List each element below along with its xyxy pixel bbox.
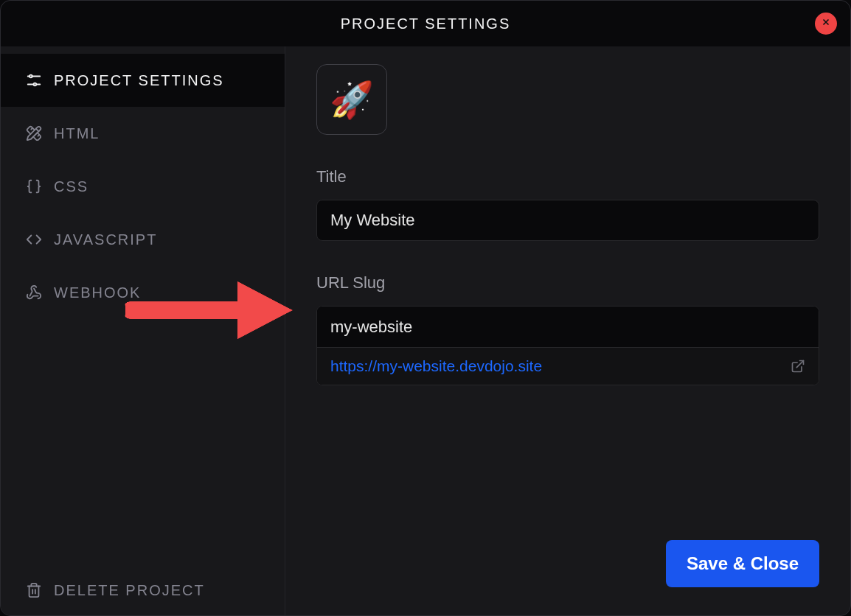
delete-project-button[interactable]: DELETE PROJECT [1,564,285,616]
sidebar-item-label: HTML [54,125,100,142]
project-icon-picker[interactable]: 🚀 [316,64,387,135]
svg-point-2 [29,75,32,78]
settings-sidebar: PROJECT SETTINGS HTML CSS JAVASCRIPT [1,46,285,616]
rocket-icon: 🚀 [330,79,374,121]
sidebar-spacer [1,319,285,564]
url-slug-label: URL Slug [316,273,819,293]
sliders-icon [26,72,42,88]
svg-point-5 [34,83,37,86]
title-input[interactable] [316,200,819,241]
modal-title: PROJECT SETTINGS [341,15,511,32]
webhook-icon [26,284,42,301]
delete-project-label: DELETE PROJECT [54,582,205,599]
close-button[interactable] [815,13,837,35]
code-icon [26,231,42,248]
sidebar-item-label: JAVASCRIPT [54,231,157,248]
preview-url-row: https://my-website.devdojo.site [317,348,819,385]
sidebar-item-html[interactable]: HTML [1,107,285,160]
modal-header: PROJECT SETTINGS [1,1,850,46]
save-and-close-button[interactable]: Save & Close [666,540,819,587]
settings-content: 🚀 Title URL Slug https://my-website.devd… [285,46,850,616]
sidebar-item-javascript[interactable]: JAVASCRIPT [1,213,285,266]
url-slug-group: https://my-website.devdojo.site [316,306,819,385]
project-settings-modal: PROJECT SETTINGS PROJECT SETTINGS HTML [0,0,851,616]
sidebar-item-label: PROJECT SETTINGS [54,72,224,89]
title-label: Title [316,167,819,186]
pencil-ruler-icon [26,125,42,141]
braces-icon [26,178,42,195]
svg-line-8 [796,361,803,368]
close-icon [821,17,831,30]
sidebar-item-label: WEBHOOK [54,284,141,301]
modal-body: PROJECT SETTINGS HTML CSS JAVASCRIPT [1,46,850,616]
trash-icon [26,582,42,598]
sidebar-item-label: CSS [54,178,88,195]
sidebar-item-project-settings[interactable]: PROJECT SETTINGS [1,54,285,107]
preview-url-link[interactable]: https://my-website.devdojo.site [330,357,542,375]
sidebar-item-webhook[interactable]: WEBHOOK [1,266,285,319]
external-link-icon[interactable] [791,359,805,374]
url-slug-input[interactable] [317,307,819,348]
sidebar-item-css[interactable]: CSS [1,160,285,213]
